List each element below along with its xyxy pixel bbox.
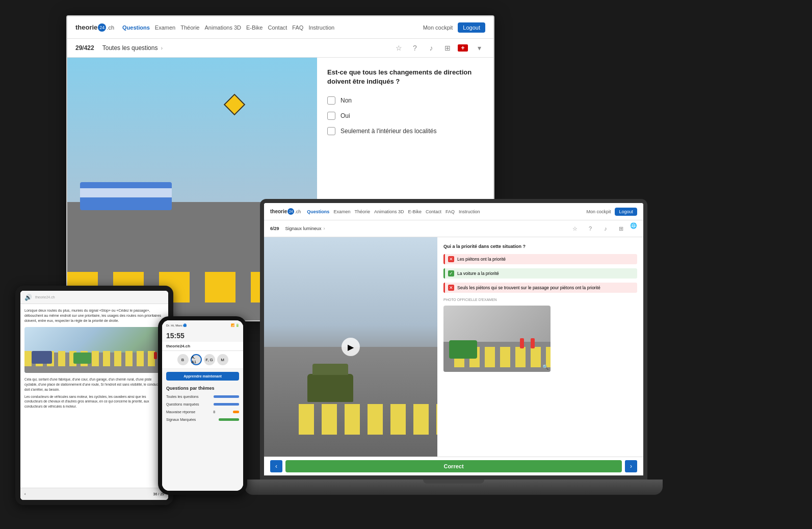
laptop-nav-animations[interactable]: Animations 3D [374,209,404,214]
learn-button[interactable]: Apprendre maintenant [166,372,239,381]
logo-badge: 24 [98,23,106,32]
thumb-zoom-icon[interactable]: 🔍 [542,364,548,370]
nav-theorie[interactable]: Théorie [180,24,199,31]
thumb-person-2 [520,338,524,348]
laptop-nav-questions[interactable]: Questions [307,209,329,214]
flag-icon[interactable] [458,44,468,52]
monitor-header: theorie 24 .ch Questions Examen Théorie … [67,16,493,39]
nav-instruction[interactable]: Instruction [308,24,334,31]
phone-device: Dr. Hi, Marc 🔵 📶 🔋 15:55 theorie24.ch B … [158,316,247,495]
grid-icon[interactable]: ⊞ [441,42,454,54]
tablet-answer-2: Les conducteurs de véhicules sans moteur… [24,394,164,409]
bookmark-icon[interactable]: ☆ [392,42,405,54]
monitor-answer-2[interactable]: Oui [327,112,483,120]
photo-label: PHOTO OFFICIELLE D'EXAMEN [443,298,637,301]
phone-list-count-3: 8 [213,410,215,414]
laptop-qa-area: Qui a la priorité dans cette situation ?… [437,237,643,457]
phone-header-area: 15:55 [162,330,243,342]
phone-carrier: Dr. Hi, Marc 🔵 [166,323,187,327]
phone-logo-bar: theorie24.ch [162,342,243,351]
laptop-logout-button[interactable]: Logout [615,208,637,216]
phone-icons-right: 📶 🔋 [231,323,239,327]
laptop-question-count: 6/29 [270,226,279,231]
laptop-logo-text: theorie [270,209,287,214]
phone-list-item-1[interactable]: Toutes les questions [162,393,243,400]
thumb-person-1 [531,338,535,348]
phone-logo-text: theorie24.ch [166,344,190,348]
laptop-checkbox-3: ✕ [448,285,454,291]
laptop-answer-1[interactable]: ✕ Les piétons ont la priorité [443,254,637,264]
tablet-header-bar: 🔊 theorie24.ch [20,291,168,304]
phone-category-icons: B A, A1 F, G M [162,351,243,369]
laptop-star-icon[interactable]: ☆ [569,222,581,235]
laptop-chevron[interactable]: › [324,226,325,231]
nav-ebike[interactable]: E-Bike [246,24,263,31]
monitor-answer-1[interactable]: Non [327,96,483,105]
logo-text-left: theorie [75,23,97,31]
laptop-3d-scene: ▶ [264,237,437,457]
sound-icon[interactable]: ♪ [425,42,437,54]
answer-checkbox-1[interactable] [327,96,335,105]
laptop-cockpit[interactable]: Mon cockpit [586,209,611,214]
laptop-body: ▶ Qui a la priorité dans cette situation… [264,237,643,457]
laptop-sound-icon[interactable]: ♪ [599,222,612,235]
answer-checkbox-2[interactable] [327,112,335,120]
laptop-nav-examen[interactable]: Examen [333,209,350,214]
cat-fg[interactable]: F, G [204,354,215,365]
laptop-nav-faq[interactable]: FAQ [446,209,455,214]
tablet-answer-1: Cela qui, sortant d'une fabrique, d'une … [24,377,164,392]
dropdown-icon[interactable]: ▾ [473,42,485,54]
laptop-info-icon[interactable]: ? [584,222,596,235]
laptop-checkbox-1: ✕ [448,256,454,262]
laptop-logo-badge: 24 [287,208,294,215]
answer-label-1: Non [340,97,352,104]
tablet-nav-bar: ‹ 36 / 29 [20,488,168,500]
info-icon[interactable]: ? [409,42,421,54]
monitor-answer-3[interactable]: Seulement à l'intérieur des localités [327,127,483,135]
answer-label-3: Seulement à l'intérieur des localités [340,128,436,135]
next-arrow-button[interactable]: › [625,460,637,472]
monitor-subheader: 29/422 Toutes les questions › ☆ ? ♪ ⊞ ▾ [67,39,493,58]
phone-app: Dr. Hi, Marc 🔵 📶 🔋 15:55 theorie24.ch B … [162,320,243,491]
laptop-grid-icon[interactable]: ⊞ [615,222,627,235]
laptop-answer-label-2: La voiture a la priorité [457,271,499,276]
laptop-answer-label-1: Les piétons ont la priorité [457,257,506,262]
cat-b[interactable]: B [177,354,189,365]
phone-section-title: Questions par thèmes [162,384,243,393]
laptop-question: Qui a la priorité dans cette situation ? [443,243,637,250]
cockpit-link[interactable]: Mon cockpit [423,24,453,31]
tablet-sound-icon[interactable]: 🔊 [24,294,32,301]
laptop-answer-3[interactable]: ✕ Seuls les piétons qui se trouvent sur … [443,283,637,293]
laptop-nav-contact[interactable]: Contact [426,209,441,214]
laptop-nav-theorie[interactable]: Théorie [354,209,370,214]
laptop-base-notch [423,480,484,484]
nav-contact[interactable]: Contact [268,24,287,31]
correct-button[interactable]: Correct [285,460,622,472]
phone-list-item-2[interactable]: Questions marquées [162,400,243,408]
laptop-nav-instruction[interactable]: Instruction [459,209,480,214]
answer-label-2: Oui [340,112,350,119]
play-button[interactable]: ▶ [342,338,360,356]
laptop-nav-ebike[interactable]: E-Bike [408,209,422,214]
laptop-answer-2[interactable]: ✓ La voiture a la priorité [443,268,637,279]
monitor-nav: Questions Examen Théorie Animations 3D E… [122,24,423,31]
cat-m[interactable]: M [217,354,228,365]
phone-list-item-4[interactable]: Signaux Marquées [162,416,243,423]
scene-crosswalk [299,404,437,435]
nav-examen[interactable]: Examen [155,24,175,31]
laptop-subheader: 6/29 Signaux lumineux › ☆ ? ♪ ⊞ 🌐 [264,220,643,237]
tablet-car-blue [32,351,52,364]
chevron-right-icon[interactable]: › [161,45,163,51]
nav-animations[interactable]: Animations 3D [204,24,241,31]
logout-button[interactable]: Logout [458,22,485,33]
laptop-checkbox-2: ✓ [448,270,454,276]
phone-list-item-3[interactable]: Mauvaise réponse 8 [162,408,243,416]
tablet-prev-icon[interactable]: ‹ [24,492,25,496]
laptop-flag-icon[interactable]: 🌐 [630,222,637,235]
nav-faq[interactable]: FAQ [292,24,303,31]
cat-a[interactable]: A, A1 [191,354,202,365]
prev-arrow-button[interactable]: ‹ [270,460,282,472]
nav-questions[interactable]: Questions [122,24,150,31]
answer-checkbox-3[interactable] [327,127,335,135]
phone-list-label-3: Mauvaise réponse [166,410,195,414]
